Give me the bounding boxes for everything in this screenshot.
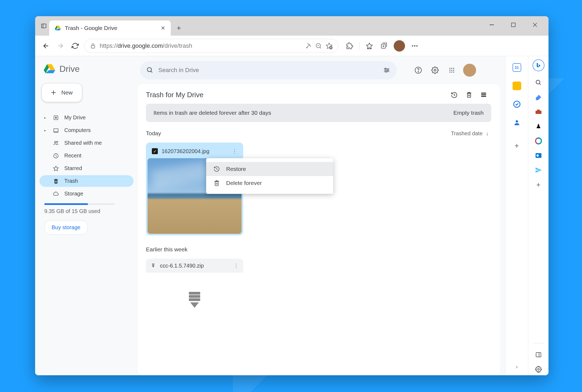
drive-logo[interactable]: Drive [39,63,133,75]
drive-profile-avatar[interactable] [463,64,476,77]
address-bar[interactable]: https://drive.google.com/drive/trash [84,39,338,53]
trash-banner: Items in trash are deleted forever after… [146,104,491,122]
storage-bar [44,203,115,205]
svg-rect-32 [56,181,57,183]
drive-main: Trash for My Drive Items in trash are de… [138,56,505,375]
svg-point-19 [412,45,413,46]
storage-text: 9.35 GB of 15 GB used [39,208,133,214]
favorites-icon[interactable] [364,41,374,51]
search-bar[interactable] [140,61,397,79]
list-view-icon[interactable] [480,92,487,99]
outlook-side-icon[interactable] [533,150,544,161]
svg-rect-60 [152,264,154,265]
tools-side-icon[interactable] [533,106,544,118]
zip-file-icon [150,263,156,269]
refresh-button[interactable] [70,40,81,51]
checkbox-checked-icon[interactable]: ✓ [152,148,158,154]
sidebar-item-computers[interactable]: ▸ Computers [39,124,133,136]
support-icon[interactable] [413,65,424,76]
url-text: https://drive.google.com/drive/trash [100,42,301,49]
forward-button[interactable] [55,40,66,51]
contacts-app-icon[interactable] [513,118,521,127]
svg-point-33 [147,67,151,72]
calendar-app-icon[interactable]: 31 [513,63,521,72]
tasks-app-icon[interactable] [513,100,521,109]
bing-icon[interactable] [533,59,544,71]
drive-logo-text: Drive [59,64,80,74]
search-input[interactable] [158,67,378,74]
delete-forever-icon [213,180,220,186]
browser-profile-avatar[interactable] [394,40,405,52]
sort-control[interactable]: Trashed date ↓ [451,130,489,137]
buy-storage-button[interactable]: Buy storage [44,220,88,235]
restore-history-icon[interactable] [451,92,458,99]
add-app-icon[interactable]: + [514,141,519,150]
section-earlier-week-label: Earlier this week [146,246,188,253]
search-side-icon[interactable] [533,77,544,89]
search-options-icon[interactable] [383,67,390,74]
sidebar-item-my-drive[interactable]: ▸ My Drive [39,112,133,123]
file-card[interactable]: ccc-6.1.5.7490.zip ⋮ [146,259,243,327]
settings-icon[interactable] [430,65,440,76]
minimize-button[interactable] [486,19,497,30]
svg-point-45 [451,68,452,69]
keep-app-icon[interactable] [513,82,521,90]
shopping-side-icon[interactable] [533,91,544,103]
new-button[interactable]: New [42,83,82,102]
svg-point-39 [387,70,388,71]
new-tab-button[interactable]: + [173,23,184,33]
tab-close-icon[interactable]: ✕ [161,25,165,31]
more-menu-icon[interactable] [410,41,420,51]
sidebar-item-shared[interactable]: ▸ Shared with me [39,137,133,149]
svg-line-9 [320,47,321,48]
delete-icon[interactable] [466,92,472,99]
split-screen-side-icon[interactable] [533,349,544,361]
sidebar-settings-icon[interactable] [533,363,544,375]
storage-icon [52,191,59,197]
svg-line-66 [539,83,541,85]
favorite-star-icon[interactable] [326,42,333,49]
browser-tab[interactable]: Trash - Google Drive ✕ [49,21,171,36]
tab-actions-icon[interactable] [38,21,49,31]
sidebar-item-starred[interactable]: ▸ Starred [39,163,133,174]
drive-favicon-icon [55,25,61,31]
svg-point-49 [453,70,454,71]
sidebar-item-recent[interactable]: ▸ Recent [39,150,133,161]
apps-grid-icon[interactable] [446,65,457,76]
read-aloud-icon[interactable] [305,43,312,49]
svg-point-65 [536,80,540,84]
empty-trash-button[interactable]: Empty trash [453,110,484,116]
file-name: ccc-6.1.5.7490.zip [160,263,230,269]
svg-rect-2 [490,25,494,25]
send-side-icon[interactable] [533,164,544,176]
menu-item-restore[interactable]: Restore [206,162,333,176]
starred-icon [52,165,59,171]
sidebar-item-storage[interactable]: ▸ Storage [39,188,133,200]
collapse-rail-icon[interactable]: › [516,364,518,375]
add-side-icon[interactable]: + [533,179,544,191]
zoom-out-icon[interactable] [315,43,322,49]
my-drive-icon [52,115,59,121]
svg-point-52 [453,72,454,73]
extensions-icon[interactable] [345,41,354,51]
office-side-icon[interactable] [533,135,544,147]
back-button[interactable] [41,40,51,51]
svg-point-46 [453,68,454,69]
file-more-icon[interactable]: ⋮ [232,148,237,154]
svg-point-51 [451,72,452,73]
close-window-button[interactable] [530,19,540,30]
recent-icon [52,153,59,159]
menu-item-delete-forever[interactable]: Delete forever [206,176,333,190]
site-lock-icon[interactable] [90,43,96,49]
sidebar-item-trash[interactable]: ▸ Trash [39,175,133,187]
collections-icon[interactable] [379,41,389,51]
file-more-icon[interactable]: ⋮ [233,262,239,269]
svg-point-50 [449,72,450,73]
maximize-button[interactable] [508,19,519,30]
svg-rect-73 [536,353,541,357]
svg-marker-14 [366,43,372,49]
games-side-icon[interactable]: ♟ [533,120,544,132]
svg-marker-30 [53,166,58,170]
scroll-area[interactable]: Items in trash are deleted forever after… [146,104,497,375]
search-icon [146,67,153,74]
